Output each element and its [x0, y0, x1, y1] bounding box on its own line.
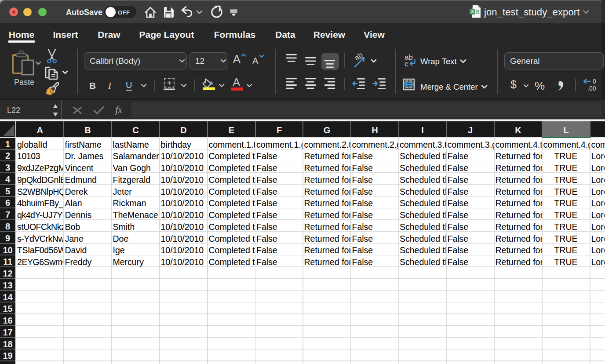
svg-text:.00: .00: [587, 85, 596, 92]
svg-text:X: X: [471, 9, 474, 14]
svg-text:c: c: [405, 60, 408, 68]
svg-text:0: 0: [593, 78, 596, 85]
